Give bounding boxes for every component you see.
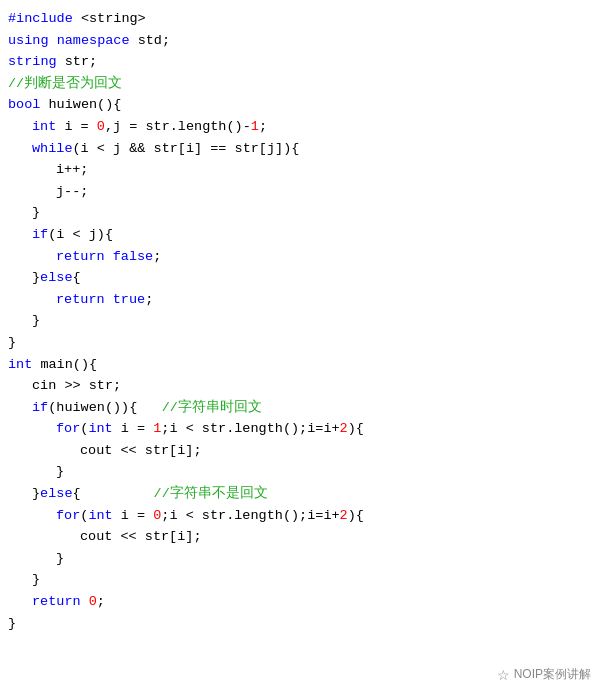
code-token-plain: huiwen(){: [40, 94, 121, 116]
code-line: if(huiwen()){ //字符串时回文: [0, 397, 603, 419]
code-token-plain: [81, 591, 89, 613]
code-token-plain: (i < j){: [48, 224, 113, 246]
code-line: }: [0, 613, 603, 635]
code-line: for(int i = 1;i < str.length();i=i+2){: [0, 418, 603, 440]
code-token-plain: j--;: [56, 181, 88, 203]
code-line: }else{: [0, 267, 603, 289]
code-token-plain: cin >> str;: [32, 375, 121, 397]
code-token-plain: ){: [348, 418, 364, 440]
code-line: while(i < j && str[i] == str[j]){: [0, 138, 603, 160]
code-line: int i = 0,j = str.length()-1;: [0, 116, 603, 138]
code-line: }: [0, 461, 603, 483]
watermark: ☆ NOIP案例讲解: [497, 664, 591, 686]
code-line: #include <string>: [0, 8, 603, 30]
code-token-plain: [105, 289, 113, 311]
code-token-cm: //判断是否为回文: [8, 73, 122, 95]
code-line: using namespace std;: [0, 30, 603, 52]
code-token-plain: std;: [130, 30, 171, 52]
code-token-kw: if: [32, 397, 48, 419]
code-token-num: 2: [340, 418, 348, 440]
code-token-num: 0: [97, 116, 105, 138]
code-container: #include <string>using namespace std;str…: [0, 0, 603, 696]
code-token-plain: <string>: [73, 8, 146, 30]
code-token-plain: i =: [113, 418, 154, 440]
code-line: }else{ //字符串不是回文: [0, 483, 603, 505]
code-token-plain: }: [32, 202, 40, 224]
code-token-kw: for: [56, 505, 80, 527]
code-line: cin >> str;: [0, 375, 603, 397]
code-token-kw: namespace: [57, 30, 130, 52]
code-token-kw: return: [56, 289, 105, 311]
code-line: cout << str[i];: [0, 526, 603, 548]
code-line: }: [0, 548, 603, 570]
code-token-kw: int: [88, 418, 112, 440]
code-token-plain: cout << str[i];: [80, 526, 202, 548]
code-token-kw: return: [56, 246, 105, 268]
code-line: return true;: [0, 289, 603, 311]
code-line: }: [0, 310, 603, 332]
code-token-plain: (: [80, 505, 88, 527]
code-token-plain: [49, 30, 57, 52]
code-token-kw: string: [8, 51, 57, 73]
code-token-num: 0: [153, 505, 161, 527]
code-line: //判断是否为回文: [0, 73, 603, 95]
code-token-kw: else: [40, 483, 72, 505]
code-token-plain: {: [73, 483, 154, 505]
code-token-kw: while: [32, 138, 73, 160]
code-token-plain: ;: [145, 289, 153, 311]
code-line: if(i < j){: [0, 224, 603, 246]
code-line: }: [0, 569, 603, 591]
code-token-kw: return: [32, 591, 81, 613]
code-token-kw: int: [32, 116, 56, 138]
code-token-num: 1: [153, 418, 161, 440]
code-token-kw: int: [88, 505, 112, 527]
code-token-plain: i =: [113, 505, 154, 527]
code-token-plain: }: [8, 613, 16, 635]
code-line: }: [0, 202, 603, 224]
code-token-plain: main(){: [32, 354, 97, 376]
code-token-plain: }: [32, 267, 40, 289]
code-token-plain: ){: [348, 505, 364, 527]
code-token-plain: ;i < str.length();i=i+: [161, 418, 339, 440]
code-token-kw: true: [113, 289, 145, 311]
watermark-icon: ☆: [497, 664, 510, 686]
code-token-plain: ,j = str.length()-: [105, 116, 251, 138]
code-token-plain: (i < j && str[i] == str[j]){: [73, 138, 300, 160]
code-line: for(int i = 0;i < str.length();i=i+2){: [0, 505, 603, 527]
code-token-kw: if: [32, 224, 48, 246]
code-token-plain: i =: [56, 116, 97, 138]
code-token-plain: }: [32, 310, 40, 332]
code-line: i++;: [0, 159, 603, 181]
code-token-plain: i++;: [56, 159, 88, 181]
code-token-kw: using: [8, 30, 49, 52]
code-token-plain: (huiwen()){: [48, 397, 161, 419]
code-token-plain: [105, 246, 113, 268]
code-token-plain: str;: [57, 51, 98, 73]
code-token-plain: ;: [153, 246, 161, 268]
watermark-text: NOIP案例讲解: [514, 665, 591, 684]
code-token-num: 1: [251, 116, 259, 138]
code-line: bool huiwen(){: [0, 94, 603, 116]
code-line: string str;: [0, 51, 603, 73]
code-token-kw: for: [56, 418, 80, 440]
code-line: return 0;: [0, 591, 603, 613]
code-token-kw: #include: [8, 8, 73, 30]
code-line: cout << str[i];: [0, 440, 603, 462]
code-token-plain: cout << str[i];: [80, 440, 202, 462]
code-token-plain: }: [56, 461, 64, 483]
code-line: int main(){: [0, 354, 603, 376]
code-token-plain: }: [56, 548, 64, 570]
code-token-plain: }: [8, 332, 16, 354]
code-lines: #include <string>using namespace std;str…: [0, 8, 603, 634]
code-token-num: 2: [340, 505, 348, 527]
code-token-plain: (: [80, 418, 88, 440]
code-token-kw: bool: [8, 94, 40, 116]
code-token-plain: ;: [97, 591, 105, 613]
code-line: return false;: [0, 246, 603, 268]
code-token-plain: ;i < str.length();i=i+: [161, 505, 339, 527]
code-token-kw: int: [8, 354, 32, 376]
code-token-kw: else: [40, 267, 72, 289]
code-line: }: [0, 332, 603, 354]
code-token-plain: }: [32, 569, 40, 591]
code-token-plain: }: [32, 483, 40, 505]
